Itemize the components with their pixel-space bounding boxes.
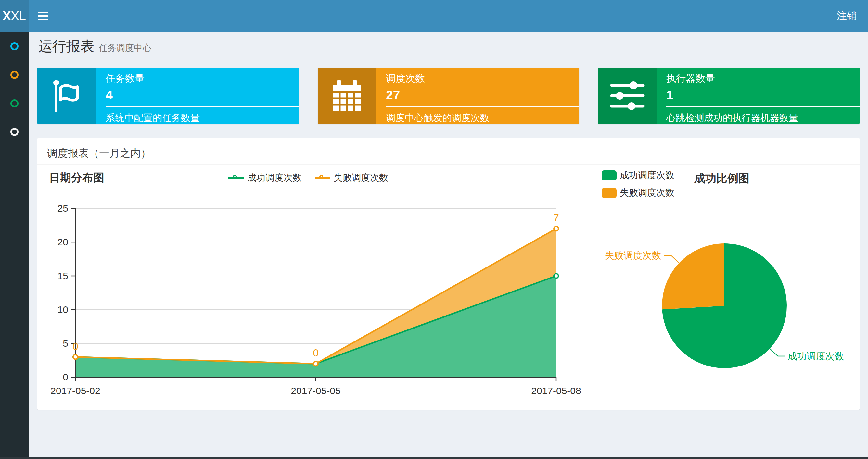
svg-text:25: 25 xyxy=(58,203,68,214)
info-box-row: 任务数量 4 系统中配置的任务数量 xyxy=(37,67,860,124)
info-box-jobs: 任务数量 4 系统中配置的任务数量 xyxy=(37,67,299,124)
sidebar-item-logs[interactable] xyxy=(0,89,29,118)
sidebar-toggle-button[interactable] xyxy=(29,0,57,32)
info-box-label: 调度次数 xyxy=(386,72,579,86)
svg-text:7: 7 xyxy=(553,212,559,224)
info-box-divider xyxy=(105,106,299,107)
svg-text:0: 0 xyxy=(313,347,318,359)
success-ratio-pie-chart[interactable]: 成功调度次数失败调度次数 xyxy=(564,164,860,404)
logo-text: XL xyxy=(11,9,26,23)
page-title: 运行报表 xyxy=(38,38,94,54)
top-navbar: XXL 注销 xyxy=(0,0,868,32)
page-header: 运行报表任务调度中心 xyxy=(38,37,151,56)
info-box-value: 4 xyxy=(105,88,299,102)
sidebar xyxy=(0,32,29,457)
info-box-label: 任务数量 xyxy=(105,72,299,86)
window-bottom-edge xyxy=(0,457,868,459)
svg-text:成功调度次数: 成功调度次数 xyxy=(787,351,844,361)
main-content: 运行报表任务调度中心 任务数量 4 系统中配置的任务数量 xyxy=(29,32,868,459)
hamburger-icon xyxy=(38,19,48,21)
info-box-label: 执行器数量 xyxy=(666,72,860,86)
panel-title: 调度报表（一月之内） xyxy=(47,146,151,161)
flag-icon xyxy=(37,67,96,124)
page-subtitle: 任务调度中心 xyxy=(99,43,151,53)
app-logo[interactable]: XXL xyxy=(0,0,29,32)
logout-link[interactable]: 注销 xyxy=(826,0,868,32)
circle-outline-icon xyxy=(10,71,19,79)
info-box-value: 27 xyxy=(386,88,579,102)
svg-text:0: 0 xyxy=(63,372,68,383)
sidebar-item-help[interactable] xyxy=(0,118,29,146)
svg-text:5: 5 xyxy=(63,338,68,349)
info-box-divider xyxy=(386,106,579,107)
svg-text:15: 15 xyxy=(58,270,68,281)
hamburger-icon xyxy=(38,12,48,13)
sidebar-item-dashboard[interactable] xyxy=(0,32,29,60)
svg-text:10: 10 xyxy=(58,304,68,315)
circle-outline-icon xyxy=(10,99,19,107)
info-box-executors: 执行器数量 1 心跳检测成功的执行器机器数量 xyxy=(598,67,860,124)
hamburger-icon xyxy=(38,15,48,17)
svg-text:2017-05-02: 2017-05-02 xyxy=(50,385,100,396)
info-box-description: 系统中配置的任务数量 xyxy=(105,112,299,124)
sidebar-item-jobs[interactable] xyxy=(0,60,29,89)
svg-text:20: 20 xyxy=(58,237,68,248)
info-box-description: 心跳检测成功的执行器机器数量 xyxy=(666,112,860,124)
circle-outline-icon xyxy=(10,128,19,136)
svg-text:0: 0 xyxy=(72,341,78,352)
info-box-triggers: 调度次数 27 调度中心触发的调度次数 xyxy=(318,67,579,124)
info-box-description: 调度中心触发的调度次数 xyxy=(386,112,579,124)
svg-text:失败调度次数: 失败调度次数 xyxy=(605,250,661,261)
date-distribution-chart[interactable]: 05101520252017-05-022017-05-052017-05-08… xyxy=(37,180,590,407)
report-panel: 调度报表（一月之内） 日期分布图 成功调度次数 失败调度次数 xyxy=(37,138,860,409)
sliders-icon xyxy=(598,67,656,124)
info-box-divider xyxy=(666,106,860,107)
circle-outline-icon xyxy=(10,42,19,50)
svg-text:2017-05-05: 2017-05-05 xyxy=(291,385,340,396)
logo-text-bold: X xyxy=(3,9,11,23)
calendar-icon xyxy=(318,67,376,124)
info-box-value: 1 xyxy=(666,88,860,102)
